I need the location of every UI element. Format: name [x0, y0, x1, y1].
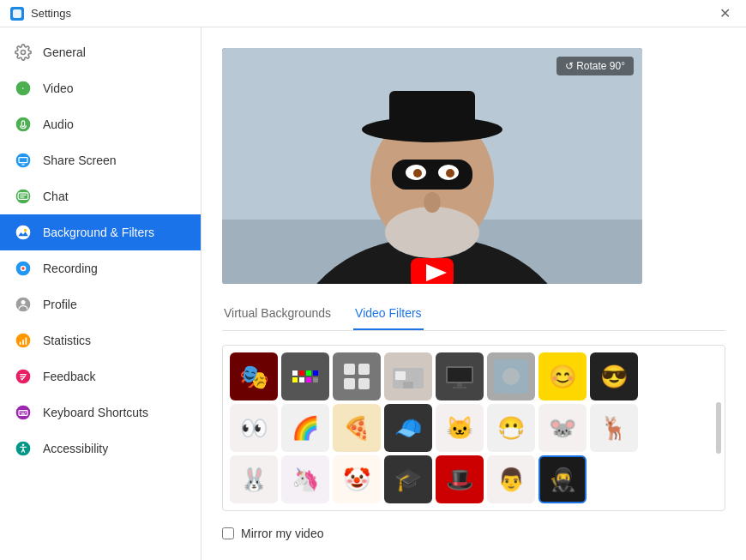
filter-rainbow[interactable]: 🌈: [281, 404, 329, 452]
svg-rect-52: [457, 383, 462, 387]
filter-emoji[interactable]: 😊: [538, 352, 587, 400]
sidebar-label-video: Video: [43, 81, 74, 95]
main-layout: General Video Audio Share Screen: [0, 27, 746, 560]
sidebar-item-keyboard-shortcuts[interactable]: Keyboard Shortcuts: [0, 394, 201, 431]
filter-blur[interactable]: [487, 352, 535, 400]
filter-bandit[interactable]: 🥷 Bandit: [538, 455, 587, 503]
video-icon: [14, 79, 33, 98]
svg-point-38: [446, 169, 454, 178]
sidebar-item-video[interactable]: Video: [0, 70, 201, 106]
sidebar-label-statistics: Statistics: [43, 334, 91, 347]
svg-point-4: [16, 154, 31, 168]
svg-rect-45: [344, 378, 355, 389]
sidebar-item-profile[interactable]: Profile: [0, 286, 201, 322]
mirror-checkbox[interactable]: [222, 527, 234, 539]
sidebar-item-accessibility[interactable]: Accessibility: [0, 431, 201, 467]
sidebar-item-statistics[interactable]: Statistics: [0, 322, 201, 358]
filter-cap[interactable]: 🧢: [384, 404, 432, 452]
svg-point-39: [385, 207, 479, 258]
filter-pizza[interactable]: 🍕: [333, 404, 381, 452]
filter-eyes[interactable]: 👀: [230, 404, 278, 452]
scroll-indicator: [716, 402, 721, 454]
filter-medmask[interactable]: 😷: [487, 404, 535, 452]
svg-rect-22: [21, 412, 22, 412]
filter-bunny[interactable]: 🐰: [230, 455, 278, 503]
svg-rect-17: [22, 340, 24, 345]
filter-graduation[interactable]: 🎓: [384, 455, 432, 503]
svg-rect-44: [358, 364, 370, 375]
svg-rect-49: [395, 371, 406, 380]
sidebar: General Video Audio Share Screen: [0, 27, 202, 560]
keyboard-icon: [14, 403, 33, 422]
content-area: ↺ Rotate 90° Virtual Backgrounds Video F…: [202, 27, 746, 560]
mirror-label[interactable]: Mirror my video: [241, 527, 323, 540]
svg-rect-24: [25, 412, 27, 412]
sidebar-label-feedback: Feedback: [43, 370, 95, 383]
feedback-icon: [14, 367, 33, 386]
sidebar-item-recording[interactable]: Recording: [0, 250, 201, 286]
sidebar-item-background-filters[interactable]: Background & Filters: [0, 214, 201, 250]
tabs-row: Virtual Backgrounds Video Filters: [222, 301, 725, 331]
svg-rect-43: [344, 364, 355, 375]
window-title: Settings: [31, 7, 71, 20]
gear-icon: [14, 43, 33, 62]
sidebar-item-audio[interactable]: Audio: [0, 106, 201, 142]
tab-video-filters[interactable]: Video Filters: [353, 301, 424, 330]
svg-point-27: [22, 444, 25, 447]
sidebar-label-general: General: [43, 45, 86, 59]
filter-grid: 🎭 😊: [230, 352, 718, 503]
sidebar-label-recording: Recording: [43, 262, 98, 275]
close-button[interactable]: ✕: [714, 3, 736, 23]
svg-point-8: [16, 226, 31, 240]
title-bar-left: Settings: [10, 7, 71, 21]
filter-grid[interactable]: [333, 352, 381, 400]
sidebar-item-share-screen[interactable]: Share Screen: [0, 142, 201, 178]
tab-virtual-backgrounds[interactable]: Virtual Backgrounds: [222, 301, 333, 330]
video-preview: ↺ Rotate 90°: [222, 48, 642, 284]
video-background: ↺ Rotate 90°: [222, 48, 642, 284]
title-bar: Settings ✕: [0, 0, 746, 27]
svg-rect-34: [392, 160, 472, 190]
svg-point-9: [24, 229, 27, 232]
recording-icon: [14, 259, 33, 278]
statistics-icon: [14, 331, 33, 350]
sidebar-label-background-filters: Background & Filters: [43, 226, 154, 239]
filter-beret[interactable]: 🎩: [436, 455, 484, 503]
filter-mustache[interactable]: 👨: [487, 455, 535, 503]
svg-rect-48: [403, 382, 413, 388]
share-screen-icon: [14, 151, 33, 170]
sidebar-label-share-screen: Share Screen: [43, 154, 117, 167]
sidebar-item-chat[interactable]: Chat: [0, 178, 201, 214]
filter-tv[interactable]: [281, 352, 329, 400]
svg-rect-33: [389, 91, 475, 132]
sidebar-label-keyboard-shortcuts: Keyboard Shortcuts: [43, 406, 148, 419]
chat-icon: [14, 187, 33, 206]
sidebar-label-accessibility: Accessibility: [43, 442, 108, 455]
svg-rect-16: [20, 342, 21, 345]
svg-point-12: [21, 267, 24, 269]
sidebar-item-general[interactable]: General: [0, 34, 201, 70]
filter-cool[interactable]: 😎: [590, 352, 638, 400]
svg-rect-53: [453, 387, 466, 388]
svg-rect-0: [13, 9, 21, 18]
svg-point-14: [21, 300, 26, 304]
filter-cat[interactable]: 🐱: [436, 404, 484, 452]
audio-icon: [14, 115, 33, 134]
filter-clown[interactable]: 🤡: [333, 455, 381, 503]
rotate-button[interactable]: ↺ Rotate 90°: [556, 57, 634, 75]
filter-cinema[interactable]: 🎭: [230, 352, 278, 400]
filter-scroll-wrapper: 🎭 😊: [222, 345, 725, 511]
svg-rect-46: [358, 378, 370, 389]
app-icon: [10, 7, 24, 21]
filter-office[interactable]: [384, 352, 432, 400]
svg-point-1: [21, 51, 26, 55]
filter-unicorn[interactable]: 🦄: [281, 455, 329, 503]
filter-monitor[interactable]: [436, 352, 484, 400]
svg-rect-25: [21, 413, 26, 414]
sidebar-item-feedback[interactable]: Feedback: [0, 358, 201, 394]
filter-mouse[interactable]: 🐭: [538, 404, 587, 452]
sidebar-label-profile: Profile: [43, 298, 77, 311]
svg-rect-18: [26, 338, 27, 345]
filter-deer[interactable]: 🦌: [590, 404, 638, 452]
mirror-row: Mirror my video: [222, 527, 725, 540]
